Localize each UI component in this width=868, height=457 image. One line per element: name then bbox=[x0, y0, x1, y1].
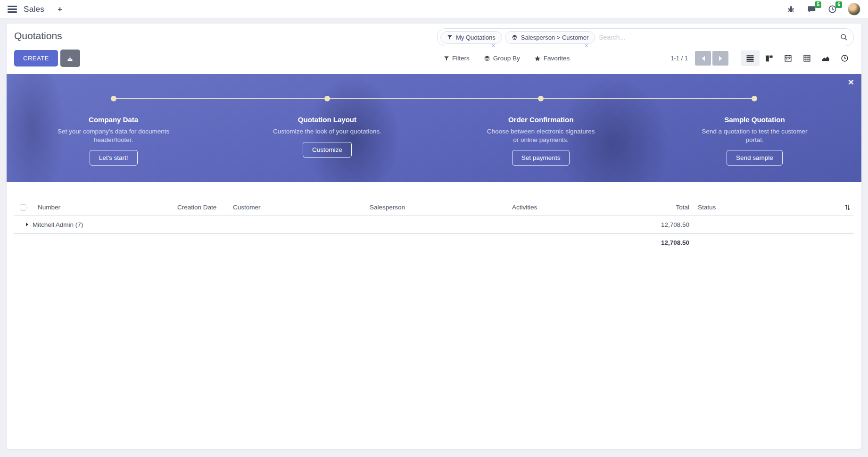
pager-range: 1-1 / 1 bbox=[670, 55, 688, 62]
column-header-total[interactable]: Total bbox=[617, 204, 693, 211]
debug-bug-icon[interactable] bbox=[785, 4, 796, 15]
facet-label: My Quotations bbox=[456, 34, 496, 41]
quotations-list: Number Creation Date Customer Salesperso… bbox=[7, 199, 861, 251]
column-header-creation-date[interactable]: Creation Date bbox=[175, 204, 231, 211]
messages-icon[interactable]: 5 bbox=[806, 4, 817, 15]
view-list-button[interactable] bbox=[741, 50, 760, 66]
select-all-checkbox[interactable] bbox=[20, 204, 26, 211]
view-calendar-button[interactable] bbox=[778, 50, 797, 66]
layers-icon bbox=[484, 55, 490, 62]
timeline-dot bbox=[752, 96, 757, 101]
kanban-view-icon bbox=[765, 55, 773, 62]
quick-add-icon[interactable]: + bbox=[58, 5, 62, 14]
filters-dropdown[interactable]: Filters bbox=[444, 55, 470, 62]
column-header-customer[interactable]: Customer bbox=[231, 204, 368, 211]
onboarding-timeline bbox=[114, 98, 755, 99]
facet-remove-icon[interactable]: × bbox=[492, 43, 495, 49]
filter-icon bbox=[447, 34, 453, 40]
timeline-dot bbox=[324, 96, 330, 101]
filter-icon bbox=[444, 56, 449, 61]
import-button[interactable] bbox=[60, 50, 80, 67]
list-view-icon bbox=[746, 55, 754, 62]
control-panel: Quotations My Quotations × Salesperson >… bbox=[7, 24, 861, 67]
customize-button[interactable]: Customize bbox=[303, 142, 352, 158]
pager-previous-button[interactable] bbox=[695, 51, 711, 66]
activities-clock-icon[interactable]: 6 bbox=[827, 4, 837, 15]
top-navbar: Sales + 5 6 bbox=[0, 0, 868, 19]
send-sample-button[interactable]: Send sample bbox=[727, 150, 783, 166]
group-by-label: Group By bbox=[493, 55, 520, 62]
view-activity-button[interactable] bbox=[835, 50, 854, 66]
lets-start-button[interactable]: Let's start! bbox=[90, 150, 138, 166]
chevron-left-icon bbox=[701, 56, 705, 61]
step-title: Company Data bbox=[89, 116, 138, 124]
app-name[interactable]: Sales bbox=[24, 5, 44, 14]
facet-label: Salesperson > Customer bbox=[521, 34, 588, 41]
step-title: Quotation Layout bbox=[298, 116, 356, 124]
footer-total: 12,708.50 bbox=[617, 239, 693, 246]
apps-menu-icon[interactable] bbox=[8, 6, 17, 13]
timeline-dot bbox=[111, 96, 116, 101]
search-icon[interactable] bbox=[840, 33, 848, 41]
group-row-mitchell-admin[interactable]: Mitchell Admin (7) 12,708.50 bbox=[14, 216, 854, 234]
search-facet-groupby[interactable]: Salesperson > Customer × bbox=[505, 31, 595, 44]
graph-view-icon bbox=[821, 55, 830, 62]
search-bar[interactable]: My Quotations × Salesperson > Customer × bbox=[437, 28, 854, 46]
optional-columns-icon[interactable] bbox=[844, 204, 851, 211]
view-graph-button[interactable] bbox=[816, 50, 835, 66]
column-header-number[interactable]: Number bbox=[36, 204, 175, 211]
facet-remove-icon[interactable]: × bbox=[585, 43, 588, 49]
step-description: Send a quotation to test the customer po… bbox=[698, 127, 811, 144]
search-input[interactable] bbox=[598, 33, 840, 42]
create-button[interactable]: CREATE bbox=[14, 50, 58, 66]
list-header-row: Number Creation Date Customer Salesperso… bbox=[14, 199, 854, 216]
onboarding-step-sample-quotation: Sample Quotation Send a quotation to tes… bbox=[648, 107, 861, 166]
download-icon bbox=[66, 55, 74, 62]
onboarding-step-order-confirmation: Order Confirmation Choose between electr… bbox=[434, 107, 648, 166]
view-switcher bbox=[741, 50, 854, 66]
calendar-view-icon bbox=[784, 54, 792, 62]
step-description: Customize the look of your quotations. bbox=[273, 127, 381, 136]
search-facet-my-quotations[interactable]: My Quotations × bbox=[440, 31, 502, 44]
list-footer-row: 12,708.50 bbox=[14, 233, 854, 251]
favorites-dropdown[interactable]: Favorites bbox=[534, 55, 570, 62]
user-avatar[interactable] bbox=[848, 3, 860, 16]
group-label[interactable]: Mitchell Admin (7) bbox=[33, 221, 83, 228]
set-payments-button[interactable]: Set payments bbox=[512, 150, 570, 166]
pivot-view-icon bbox=[803, 54, 811, 62]
step-title: Sample Quotation bbox=[724, 116, 785, 124]
view-kanban-button[interactable] bbox=[760, 50, 778, 66]
column-header-activities[interactable]: Activities bbox=[510, 204, 617, 211]
step-description: Set your company's data for documents he… bbox=[57, 127, 170, 144]
expand-caret-icon[interactable] bbox=[26, 223, 28, 226]
timeline-dot bbox=[538, 96, 544, 101]
group-by-dropdown[interactable]: Group By bbox=[484, 55, 520, 62]
onboarding-banner: × Company Data Set your company's data f… bbox=[7, 74, 861, 182]
group-total: 12,708.50 bbox=[617, 221, 693, 228]
view-pivot-button[interactable] bbox=[797, 50, 816, 66]
step-title: Order Confirmation bbox=[508, 116, 573, 124]
chevron-right-icon bbox=[719, 56, 723, 61]
star-icon bbox=[534, 55, 541, 62]
favorites-label: Favorites bbox=[544, 55, 570, 62]
column-header-salesperson[interactable]: Salesperson bbox=[368, 204, 510, 211]
content-card: Quotations My Quotations × Salesperson >… bbox=[7, 24, 861, 449]
banner-close-icon[interactable]: × bbox=[848, 77, 854, 87]
activities-count-badge: 6 bbox=[835, 1, 842, 8]
onboarding-step-company-data: Company Data Set your company's data for… bbox=[7, 107, 220, 166]
activity-view-icon bbox=[841, 54, 849, 62]
pager-next-button[interactable] bbox=[712, 51, 728, 66]
step-description: Choose between electronic signatures or … bbox=[484, 127, 597, 144]
layers-icon bbox=[512, 34, 518, 41]
page-title: Quotations bbox=[14, 28, 437, 42]
onboarding-step-quotation-layout: Quotation Layout Customize the look of y… bbox=[220, 107, 434, 166]
filters-label: Filters bbox=[452, 55, 470, 62]
column-header-status[interactable]: Status bbox=[693, 204, 835, 211]
messages-count-badge: 5 bbox=[815, 1, 821, 8]
